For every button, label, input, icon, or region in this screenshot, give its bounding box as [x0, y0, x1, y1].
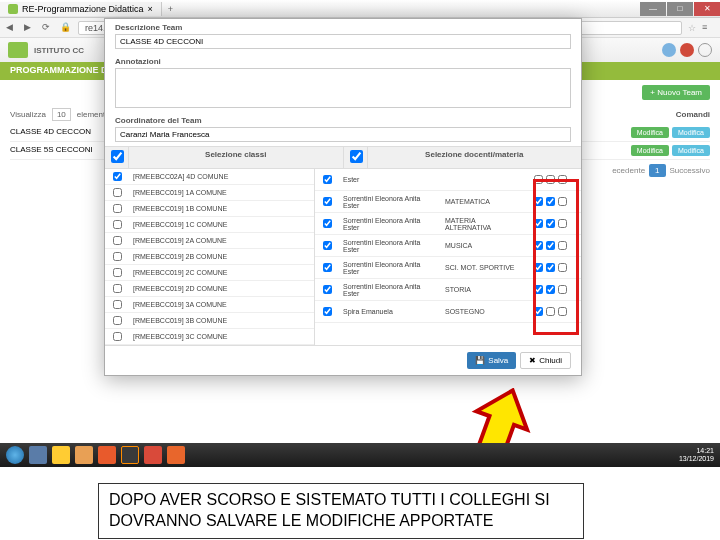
close-button[interactable]: ✖Chiudi	[520, 352, 571, 369]
class-checkbox[interactable]	[105, 266, 129, 280]
instruction-caption: DOPO AVER SCORSO E SISTEMATO TUTTI I COL…	[98, 483, 584, 539]
tab-close-icon[interactable]: ×	[148, 4, 153, 14]
class-checkbox[interactable]	[105, 250, 129, 264]
teacher-row: Sorrentini Eleonora Anita EsterMATERIA A…	[315, 213, 581, 235]
taskbar-icon[interactable]	[29, 446, 47, 464]
lock-icon: 🔒	[60, 22, 72, 34]
flag-checkboxes[interactable]	[519, 305, 581, 318]
class-checkbox[interactable]	[105, 282, 129, 296]
taskbar-icon[interactable]	[52, 446, 70, 464]
page-number[interactable]: 1	[649, 164, 665, 177]
teacher-name: Sorrentini Eleonora Anita Ester	[339, 281, 441, 299]
class-row: [RMEEBCC02A] 4D COMUNE	[105, 169, 314, 185]
new-team-button[interactable]: + Nuovo Team	[642, 85, 710, 100]
desc-label: Descrizione Team	[115, 23, 571, 32]
flag-checkboxes[interactable]	[519, 195, 581, 208]
flag-checkboxes[interactable]	[519, 239, 581, 252]
class-code: [RMEEBCC019] 3A COMUNE	[129, 299, 314, 310]
taskbar-icon[interactable]	[121, 446, 139, 464]
class-checkbox[interactable]	[105, 202, 129, 216]
annotations-textarea[interactable]	[115, 68, 571, 108]
reload-icon[interactable]: ⟳	[42, 22, 54, 34]
class-code: [RMEEBCC019] 2A COMUNE	[129, 235, 314, 246]
class-code: [RMEEBCC019] 1B COMUNE	[129, 203, 314, 214]
forward-icon[interactable]: ▶	[24, 22, 36, 34]
next-page[interactable]: Successivo	[670, 166, 710, 175]
flag-checkboxes[interactable]	[519, 283, 581, 296]
new-tab-button[interactable]: +	[162, 4, 179, 14]
window-maximize-button[interactable]: □	[667, 2, 693, 16]
class-row: [RMEEBCC019] 2A COMUNE	[105, 233, 314, 249]
taskbar-icon[interactable]	[144, 446, 162, 464]
save-button[interactable]: 💾Salva	[467, 352, 516, 369]
teachers-header: Selezione docenti/materia	[368, 147, 582, 168]
teacher-checkbox[interactable]	[315, 239, 339, 253]
teacher-checkbox[interactable]	[315, 217, 339, 231]
back-icon[interactable]: ◀	[6, 22, 18, 34]
window-minimize-button[interactable]: —	[640, 2, 666, 16]
class-row: [RMEEBCC019] 2B COMUNE	[105, 249, 314, 265]
flag-checkboxes[interactable]	[519, 217, 581, 230]
header-icon-3[interactable]	[698, 43, 712, 57]
subject: SOSTEGNO	[441, 306, 519, 317]
teachers-list: EsterSorrentini Eleonora Anita EsterMATE…	[315, 169, 581, 345]
modify-button[interactable]: Modifica	[631, 127, 669, 138]
institute-name: ISTITUTO CC	[34, 46, 84, 55]
class-checkbox[interactable]	[105, 298, 129, 312]
teacher-checkbox[interactable]	[315, 173, 339, 187]
teacher-row: Sorrentini Eleonora Anita EsterSTORIA	[315, 279, 581, 301]
modify-button[interactable]: Modifica	[672, 127, 710, 138]
teacher-checkbox[interactable]	[315, 195, 339, 209]
teacher-row: Sorrentini Eleonora Anita EsterMATEMATIC…	[315, 191, 581, 213]
coordinator-label: Coordinatore del Team	[115, 116, 571, 125]
teacher-row: Ester	[315, 169, 581, 191]
subject: MATEMATICA	[441, 196, 519, 207]
visualizza-label: Visualizza	[10, 110, 46, 119]
annotations-label: Annotazioni	[115, 57, 571, 66]
check-all-classes[interactable]	[105, 147, 129, 168]
classes-list: [RMEEBCC02A] 4D COMUNE[RMEEBCC019] 1A CO…	[105, 169, 315, 345]
browser-titlebar: RE-Programmazione Didattica × + — □ ✕	[0, 0, 720, 18]
class-checkbox[interactable]	[105, 170, 129, 184]
flag-checkboxes[interactable]	[519, 173, 581, 186]
class-code: [RMEEBCC019] 3B COMUNE	[129, 315, 314, 326]
flag-checkboxes[interactable]	[519, 261, 581, 274]
class-checkbox[interactable]	[105, 218, 129, 232]
bookmark-icon[interactable]: ☆	[688, 23, 696, 33]
header-icon-2[interactable]	[680, 43, 694, 57]
teacher-checkbox[interactable]	[315, 283, 339, 297]
modal-footer: 💾Salva ✖Chiudi	[105, 345, 581, 375]
subject: MATERIA ALTERNATIVA	[441, 215, 519, 233]
class-row: [RMEEBCC019] 2D COMUNE	[105, 281, 314, 297]
start-button[interactable]	[6, 446, 24, 464]
teacher-row: Sorrentini Eleonora Anita EsterMUSICA	[315, 235, 581, 257]
teacher-checkbox[interactable]	[315, 261, 339, 275]
class-checkbox[interactable]	[105, 234, 129, 248]
window-close-button[interactable]: ✕	[694, 2, 720, 16]
coordinator-select[interactable]	[115, 127, 571, 142]
taskbar-icon[interactable]	[75, 446, 93, 464]
teacher-name: Sorrentini Eleonora Anita Ester	[339, 237, 441, 255]
taskbar-icon[interactable]	[98, 446, 116, 464]
prev-page[interactable]: ecedente	[612, 166, 645, 175]
modify-button[interactable]: Modifica	[672, 145, 710, 156]
teacher-name: Sorrentini Eleonora Anita Ester	[339, 215, 441, 233]
per-page-select[interactable]: 10	[52, 108, 71, 121]
teacher-checkbox[interactable]	[315, 305, 339, 319]
browser-tab[interactable]: RE-Programmazione Didattica ×	[0, 2, 162, 16]
menu-icon[interactable]: ≡	[702, 22, 714, 34]
check-all-teachers[interactable]	[344, 147, 368, 168]
class-checkbox[interactable]	[105, 186, 129, 200]
teacher-row: Sorrentini Eleonora Anita EsterSCI. MOT.…	[315, 257, 581, 279]
class-row: [RMEEBCC019] 3B COMUNE	[105, 313, 314, 329]
class-checkbox[interactable]	[105, 314, 129, 328]
class-code: [RMEEBCC019] 1C COMUNE	[129, 219, 314, 230]
header-icon-1[interactable]	[662, 43, 676, 57]
class-row: [RMEEBCC019] 1C COMUNE	[105, 217, 314, 233]
taskbar-icon[interactable]	[167, 446, 185, 464]
modify-button[interactable]: Modifica	[631, 145, 669, 156]
class-checkbox[interactable]	[105, 330, 129, 344]
class-row: [RMEEBCC019] 1A COMUNE	[105, 185, 314, 201]
desc-input[interactable]	[115, 34, 571, 49]
clock[interactable]: 14:21 13/12/2019	[679, 447, 714, 462]
